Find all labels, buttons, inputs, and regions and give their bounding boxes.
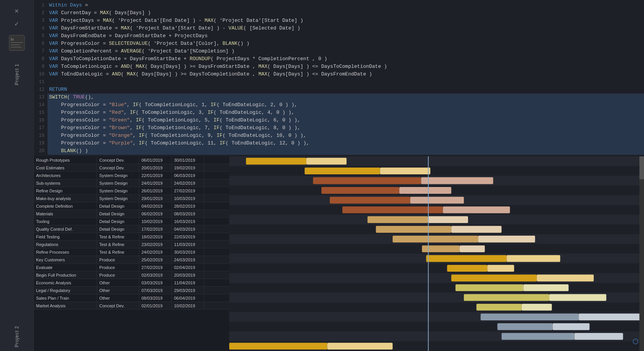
gantt-bar-completion xyxy=(376,226,452,233)
cell-task: Sub-systems xyxy=(34,179,97,187)
line-text: VAR DaysToCompletionDate = DaysFromStart… xyxy=(48,55,644,63)
cell-phase: Other xyxy=(97,287,139,294)
line-text: ProgressColor = "Green", IF( ToCompletio… xyxy=(48,116,644,124)
line-number: 5 xyxy=(34,32,48,40)
cell-end-date: 11/04/2019 xyxy=(172,279,204,286)
gantt-bar-remaining xyxy=(399,187,452,194)
cell-phase: Concept Dev. xyxy=(97,164,139,171)
code-line-6: 6VAR ProgressColor = SELECTEDVALUE( 'Pro… xyxy=(34,40,644,48)
svg-rect-3 xyxy=(11,44,20,45)
code-line-12: 12RETURN xyxy=(34,86,644,93)
line-text: ProgressColor = "Purple", IF( ToCompleti… xyxy=(48,139,644,147)
gantt-bar-completion xyxy=(497,323,552,330)
cell-phase: Detail Design xyxy=(97,225,139,233)
cell-end-date: 22/03/2019 xyxy=(172,233,204,240)
code-line-3: 3VAR ProjectDays = MAX( 'Project Data'[E… xyxy=(34,17,644,25)
table-row: Cost EstimatesConcept Dev.20/01/201919/0… xyxy=(34,164,229,172)
line-number: 11 xyxy=(34,78,48,86)
cell-start-date: 23/02/2019 xyxy=(139,241,172,248)
scrollbar-thumb-v[interactable] xyxy=(639,156,644,179)
cell-phase: Other xyxy=(97,279,139,286)
gantt-bar-completion xyxy=(455,284,523,291)
cell-phase: System Design xyxy=(97,179,139,187)
line-text: VAR DaysFromEndDate = DaysFromStartDate … xyxy=(48,32,644,40)
line-text: ProgressColor = "Orange", IF( ToCompleti… xyxy=(48,132,644,139)
cell-start-date: 27/02/2019 xyxy=(139,264,172,271)
cell-start-date: 10/02/2019 xyxy=(139,218,172,225)
table-row: RegulationsTest & Refine23/02/201911/03/… xyxy=(34,241,229,248)
gantt-bar-completion xyxy=(464,294,549,301)
gantt-bar-completion xyxy=(368,216,428,223)
cell-start-date: 06/02/2019 xyxy=(139,210,172,217)
sidebar-icons: ✕ ✓ fx xyxy=(8,5,26,52)
gantt-bar-remaining xyxy=(549,294,606,301)
toolbar-confirm-btn[interactable]: ✓ xyxy=(11,18,23,30)
gantt-bar-completion xyxy=(393,236,478,243)
cell-start-date: 18/02/2019 xyxy=(139,233,172,240)
row-bg xyxy=(229,302,644,312)
cell-phase: System Design xyxy=(97,195,139,202)
cell-start-date: 20/01/2019 xyxy=(139,164,172,171)
cell-end-date: 11/03/2019 xyxy=(172,241,204,248)
nav-arrow-icon[interactable]: ⬡ xyxy=(632,337,639,346)
gantt-bar-remaining xyxy=(421,177,493,184)
code-line-14: 14 ProgressColor = "Blue", IF( ToComplet… xyxy=(34,101,644,109)
formula-editor: 1Within Days = 2VAR CurrentDay = MAX( Da… xyxy=(34,0,644,156)
cell-phase: Detail Design xyxy=(97,210,139,217)
cell-task: Cost Estimates xyxy=(34,164,97,171)
cell-phase: Produce xyxy=(97,271,139,279)
cell-phase: System Design xyxy=(97,172,139,179)
gantt-bar-completion xyxy=(481,313,579,320)
cell-task: Materials xyxy=(34,210,97,217)
table-row: Key CustomersProduce25/02/201924/03/2019 xyxy=(34,256,229,264)
cell-end-date: 19/02/2019 xyxy=(172,164,204,171)
gantt-bar-remaining xyxy=(553,323,590,330)
line-number: 9 xyxy=(34,63,48,71)
table-row: Make-buy analysisSystem Design29/01/2019… xyxy=(34,195,229,202)
toolbar-cancel-btn[interactable]: ✕ xyxy=(11,5,23,17)
gantt-bar-completion xyxy=(305,167,380,174)
cell-start-date: 24/02/2019 xyxy=(139,248,172,256)
gantt-bar-remaining xyxy=(428,216,468,223)
gantt-bar-completion xyxy=(447,265,487,272)
code-line-4: 4VAR DaysFromStartDate = MAX( 'Project D… xyxy=(34,25,644,32)
cell-end-date: 20/03/2019 xyxy=(172,271,204,279)
cell-task: Key Customers xyxy=(34,256,97,263)
code-line-1: 1Within Days = xyxy=(34,2,644,9)
table-row: Refine DesignSystem Design26/01/201927/0… xyxy=(34,187,229,195)
cell-phase: Detail Design xyxy=(97,202,139,210)
code-line-7: 7VAR CompletionPercent = AVERAGE( 'Proje… xyxy=(34,48,644,55)
vertical-scrollbar[interactable] xyxy=(639,156,644,351)
cell-task: Economic Analysis xyxy=(34,279,97,286)
task-table: Rough PrototypesConcept Dev.06/01/201930… xyxy=(34,156,229,351)
cell-start-date: 03/03/2019 xyxy=(139,279,172,286)
line-text: VAR CompletionPercent = AVERAGE( 'Projec… xyxy=(48,48,644,55)
cell-end-date: 27/02/2019 xyxy=(172,187,204,194)
code-area: 1Within Days = 2VAR CurrentDay = MAX( Da… xyxy=(34,0,644,156)
cell-task: Legal / Regulatory xyxy=(34,287,97,294)
table-row: Field TestingTest & Refine18/02/201922/0… xyxy=(34,233,229,241)
cell-task: Quality Control Def. xyxy=(34,225,97,233)
gantt-bar-completion xyxy=(313,177,421,184)
gantt-bar-remaining xyxy=(487,265,514,272)
cell-end-date: 06/04/2019 xyxy=(172,294,204,302)
cell-task: Evaluate xyxy=(34,264,97,271)
formula-icon: fx xyxy=(8,34,26,52)
cell-end-date: 30/03/2019 xyxy=(172,248,204,256)
line-text: ProgressColor = "Red", IF( ToCompletionL… xyxy=(48,109,644,116)
cell-start-date: 06/01/2019 xyxy=(139,156,172,164)
table-row: Market AnalysisConcept Dev.02/01/201910/… xyxy=(34,302,229,310)
table-row: MaterialsDetail Design06/02/201908/03/20… xyxy=(34,210,229,218)
cell-task: Complete Definition xyxy=(34,202,97,210)
table-row: Economic AnalysisOther03/03/201911/04/20… xyxy=(34,279,229,287)
line-number: 18 xyxy=(34,132,48,139)
line-text: ProgressColor = "Blue", IF( ToCompletion… xyxy=(48,101,644,109)
cell-phase: Detail Design xyxy=(97,218,139,225)
svg-rect-2 xyxy=(11,42,23,43)
gantt-bar-remaining xyxy=(327,343,393,349)
cell-start-date: 17/02/2019 xyxy=(139,225,172,233)
gantt-bar-completion xyxy=(476,304,522,311)
line-text xyxy=(48,78,644,86)
line-number: 7 xyxy=(34,48,48,55)
code-line-17: 17 ProgressColor = "Brown", IF( ToComple… xyxy=(34,124,644,132)
